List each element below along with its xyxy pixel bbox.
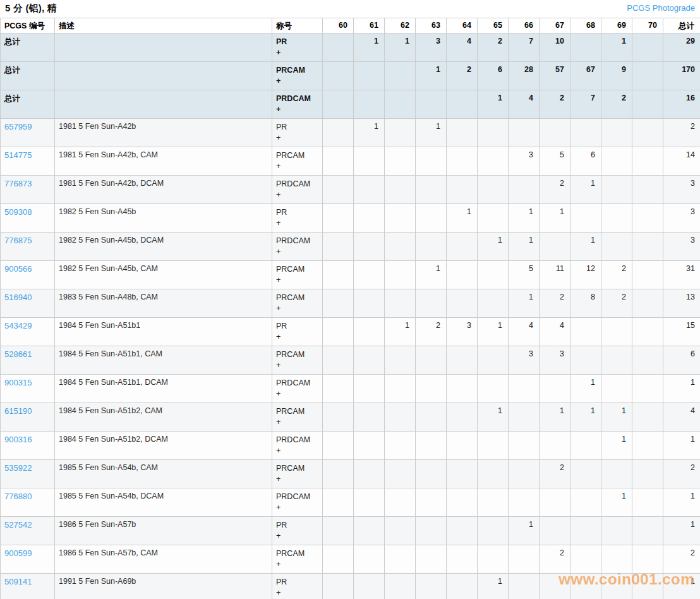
description-cell: 1981 5 Fen Sun-A42b	[55, 119, 272, 147]
designation-label: PRCAM	[276, 548, 318, 559]
plus-designation-label: +	[276, 132, 318, 144]
pcgs-number-link[interactable]: 509308	[4, 207, 32, 217]
header-description: 描述	[55, 18, 272, 33]
pcgs-photograde-link[interactable]: PCGS Photograde	[627, 3, 695, 13]
pcgs-number-link[interactable]: 776873	[4, 179, 32, 188]
grade-cell-68	[570, 517, 601, 545]
grade-cell-62	[385, 574, 416, 599]
designation-label: PRCAM	[276, 349, 318, 360]
pcgs-number-cell: 527542	[1, 517, 55, 545]
page-title: 5 分 (铝), 精	[5, 3, 57, 15]
plus-designation-label: +	[276, 559, 318, 571]
grade-cell-64	[447, 375, 478, 403]
row-total-cell: 29	[663, 33, 700, 62]
grade-cell-65: 6	[478, 62, 509, 90]
pcgs-number-link[interactable]: 900599	[4, 548, 32, 558]
grade-cell-62	[385, 261, 416, 289]
grade-cell-70	[632, 62, 663, 90]
grade-cell-67: 1	[540, 403, 570, 432]
designation-cell: PRCAM+	[272, 62, 323, 90]
pcgs-number-link[interactable]: 776880	[4, 492, 32, 501]
plus-designation-label: +	[276, 388, 318, 400]
grade-cell-68	[570, 574, 601, 599]
pcgs-number-link[interactable]: 776875	[4, 236, 32, 245]
pcgs-number-cell: 657959	[1, 119, 55, 147]
table-row: 7768801985 5 Fen Sun-A54b, DCAMPRDCAM+11	[1, 488, 700, 517]
grade-cell-65	[478, 432, 509, 460]
pcgs-number-link[interactable]: 527542	[4, 520, 32, 529]
grade-cell-67: 1	[540, 204, 570, 233]
grade-cell-63	[416, 233, 447, 261]
pcgs-number-link[interactable]: 657959	[4, 122, 32, 131]
designation-cell: PR+	[272, 33, 323, 62]
pcgs-number-link[interactable]: 615190	[4, 406, 32, 416]
grade-cell-65	[478, 375, 509, 403]
grade-cell-61: 1	[354, 119, 385, 147]
grade-cell-70	[632, 33, 663, 62]
grade-cell-69	[601, 545, 632, 574]
designation-label: PRCAM	[276, 406, 318, 416]
grade-cell-64: 4	[447, 33, 478, 62]
header-designation: 称号	[272, 18, 323, 33]
grade-cell-64	[447, 517, 478, 545]
plus-designation-label: +	[276, 416, 318, 428]
grade-cell-65: 1	[478, 574, 509, 599]
pcgs-number-link[interactable]: 535922	[4, 463, 32, 473]
grade-cell-61	[354, 488, 385, 517]
pcgs-number-link[interactable]: 528661	[4, 349, 32, 359]
header-grade-64: 64	[447, 18, 478, 33]
pcgs-number-link[interactable]: 509141	[4, 577, 32, 586]
grade-cell-62	[385, 432, 416, 460]
pcgs-number-link[interactable]: 516940	[4, 293, 32, 302]
grade-cell-68: 67	[570, 62, 601, 90]
grade-cell-63: 3	[416, 33, 447, 62]
description-cell	[55, 90, 272, 119]
grade-cell-66	[509, 545, 540, 574]
grade-cell-67	[540, 432, 570, 460]
pcgs-number-link[interactable]: 900316	[4, 435, 32, 444]
grade-cell-68	[570, 488, 601, 517]
grade-cell-70	[632, 119, 663, 147]
designation-label: PR	[276, 37, 318, 47]
pcgs-number-cell: 776873	[1, 176, 55, 204]
grade-cell-63: 1	[416, 261, 447, 289]
description-cell: 1984 5 Fen Sun-A51b1	[55, 318, 272, 346]
description-cell: 1985 5 Fen Sun-A54b, DCAM	[55, 488, 272, 517]
plus-designation-label: +	[276, 360, 318, 372]
table-row: 5091411991 5 Fen Sun-A69bPR+11	[1, 574, 700, 599]
pcgs-number-link[interactable]: 900315	[4, 378, 32, 387]
pcgs-number-link[interactable]: 900566	[4, 264, 32, 274]
grade-cell-60	[323, 318, 354, 346]
grade-cell-68: 1	[570, 375, 601, 403]
grade-cell-62	[385, 488, 416, 517]
plus-designation-label: +	[276, 104, 318, 116]
topbar: 5 分 (铝), 精 PCGS Photograde	[0, 0, 700, 18]
grade-cell-62	[385, 233, 416, 261]
row-total-cell: 31	[663, 261, 700, 289]
grade-cell-61	[354, 545, 385, 574]
designation-label: PR	[276, 207, 318, 217]
grade-cell-63: 1	[416, 62, 447, 90]
grade-cell-67: 5	[540, 147, 570, 176]
pcgs-number-link[interactable]: 514775	[4, 150, 32, 160]
plus-designation-label: +	[276, 502, 318, 514]
grade-cell-61	[354, 147, 385, 176]
grade-cell-69	[601, 346, 632, 375]
description-cell: 1983 5 Fen Sun-A48b, CAM	[55, 289, 272, 318]
designation-label: PR	[276, 520, 318, 530]
grade-cell-70	[632, 261, 663, 289]
grade-cell-61	[354, 204, 385, 233]
designation-cell: PRDCAM+	[272, 375, 323, 403]
grade-cell-61	[354, 289, 385, 318]
pcgs-number-link[interactable]: 543429	[4, 321, 32, 330]
grade-cell-66	[509, 488, 540, 517]
grade-cell-62	[385, 460, 416, 488]
grade-cell-62	[385, 62, 416, 90]
designation-cell: PRCAM+	[272, 545, 323, 574]
grade-cell-61	[354, 233, 385, 261]
header-grade-67: 67	[540, 18, 570, 33]
grade-cell-61	[354, 460, 385, 488]
grade-cell-67: 4	[540, 318, 570, 346]
table-row: 5359221985 5 Fen Sun-A54b, CAMPRCAM+22	[1, 460, 700, 488]
row-total-cell: 2	[663, 545, 700, 574]
